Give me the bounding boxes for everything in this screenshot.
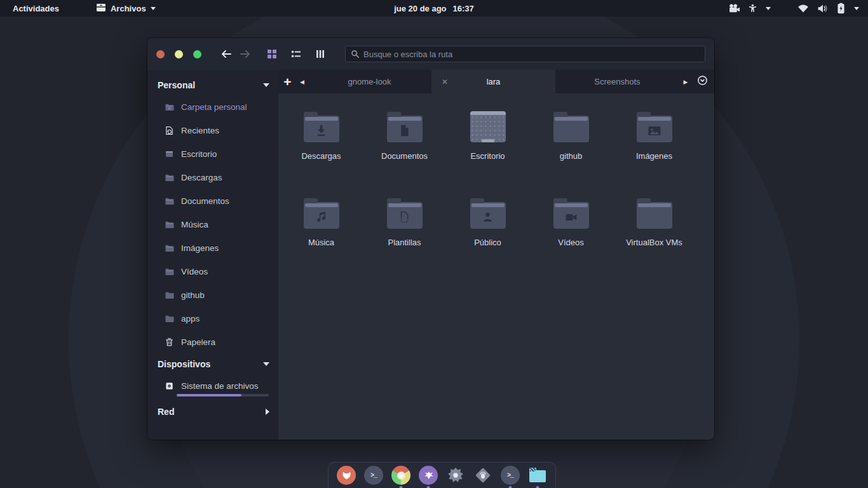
- file-item-descargas[interactable]: Descargas: [280, 107, 363, 194]
- tab-close-icon[interactable]: ✕: [442, 78, 448, 86]
- close-button[interactable]: [156, 50, 165, 58]
- scroll-tabs-right-button[interactable]: ▶: [679, 79, 692, 85]
- sidebar-item-carpeta-personal[interactable]: Carpeta personal: [147, 95, 278, 119]
- chevron-down-icon[interactable]: [854, 7, 859, 10]
- activities-button[interactable]: Actividades: [10, 4, 62, 13]
- sidebar-item-label: github: [181, 290, 205, 300]
- grid-view-button[interactable]: [264, 46, 280, 62]
- sidebar-item-recientes[interactable]: Recientes: [147, 119, 278, 142]
- sidebar-item-imagenes[interactable]: Imágenes: [147, 236, 278, 260]
- file-item-imagenes[interactable]: Imágenes: [613, 107, 696, 194]
- sidebar-item-label: Papelera: [181, 337, 215, 347]
- new-tab-button[interactable]: +: [278, 70, 297, 93]
- folder-icon: [164, 243, 174, 253]
- file-item-videos[interactable]: Vídeos: [529, 194, 613, 280]
- sidebar-section-dispositivos[interactable]: Dispositivos: [147, 354, 278, 374]
- path-search-bar[interactable]: [345, 46, 705, 62]
- tab-list-button[interactable]: [697, 75, 708, 88]
- chevron-right-icon: [266, 409, 269, 415]
- list-view-button[interactable]: [288, 46, 304, 62]
- file-item-publico[interactable]: Público: [446, 194, 529, 280]
- dock-item-terminal-2[interactable]: >_: [501, 466, 520, 488]
- tab-screenshots[interactable]: Screenshots: [555, 70, 679, 93]
- sidebar-item-documentos[interactable]: Documentos: [147, 189, 278, 213]
- dock-item-settings[interactable]: [446, 466, 465, 488]
- tab-gnome-look[interactable]: gnome-look: [308, 70, 431, 93]
- file-item-documentos[interactable]: Documentos: [363, 107, 446, 194]
- folder-icon: [164, 220, 174, 229]
- sidebar-item-videos[interactable]: Vídeos: [147, 260, 278, 283]
- chevron-down-icon: [151, 7, 156, 10]
- sidebar-section-personal[interactable]: Personal: [147, 75, 278, 95]
- back-button[interactable]: [217, 44, 236, 64]
- file-item-github[interactable]: github: [529, 107, 613, 194]
- sidebar-item-label: apps: [181, 314, 200, 323]
- maximize-button[interactable]: [193, 50, 201, 58]
- sidebar-item-github[interactable]: github: [147, 283, 278, 307]
- scroll-tabs-left-button[interactable]: ◀: [297, 70, 308, 93]
- forward-button[interactable]: [236, 44, 255, 64]
- chevron-down-icon[interactable]: [766, 7, 771, 10]
- sidebar-item-apps[interactable]: apps: [147, 307, 278, 330]
- app-menu[interactable]: Archivos: [96, 3, 156, 14]
- dock-item-chromium[interactable]: [391, 466, 410, 488]
- folder-icon: [164, 196, 174, 206]
- disk-usage-bar: [177, 394, 269, 396]
- file-item-plantillas[interactable]: Plantillas: [363, 194, 446, 280]
- tab-lara[interactable]: ✕lara: [431, 70, 555, 93]
- sidebar-item-escritorio[interactable]: Escritorio: [147, 142, 278, 166]
- desktop-icon: [164, 149, 174, 159]
- sidebar-item-musica[interactable]: Música: [147, 213, 278, 236]
- template-emblem-icon: [387, 202, 423, 229]
- dock-item-purple-app[interactable]: [419, 466, 438, 488]
- file-item-virtualbox-vms[interactable]: VirtualBox VMs: [613, 194, 696, 280]
- folder-icon: [304, 116, 339, 142]
- terminal-icon: >_: [507, 472, 513, 479]
- clock-chevron-icon: [697, 75, 708, 86]
- document-emblem-icon: [387, 116, 423, 142]
- person-emblem-icon: [470, 202, 506, 229]
- minimize-button[interactable]: [175, 50, 183, 58]
- battery-charging-icon[interactable]: [836, 3, 846, 14]
- gnome-footprint-icon: [474, 466, 492, 484]
- folder-icon: [387, 202, 423, 229]
- system-tray[interactable]: [728, 3, 868, 14]
- volume-icon[interactable]: [817, 4, 828, 13]
- window-toolbar: [147, 38, 714, 70]
- dock-item-gnome-tweaks[interactable]: [473, 466, 492, 488]
- wifi-icon[interactable]: [797, 4, 809, 13]
- screen-record-icon[interactable]: [728, 4, 740, 13]
- compact-view-button[interactable]: [312, 46, 329, 62]
- file-item-escritorio[interactable]: Escritorio: [446, 107, 529, 194]
- compact-view-icon: [316, 49, 325, 59]
- chevron-down-icon: [263, 83, 269, 87]
- folder-icon: [387, 116, 423, 142]
- clock-time: 16:37: [453, 4, 474, 13]
- sidebar-item-label: Sistema de archivos: [181, 381, 259, 391]
- clock[interactable]: jue 20 de ago 16:37: [394, 4, 474, 13]
- sidebar-item-label: Descargas: [181, 173, 222, 182]
- disk-icon: [164, 381, 174, 391]
- grid-view-icon: [267, 49, 277, 59]
- recent-icon: [164, 126, 174, 135]
- sidebar-item-descargas[interactable]: Descargas: [147, 166, 278, 189]
- dock-item-terminal[interactable]: >_: [364, 466, 383, 488]
- view-toggle-group: [264, 46, 329, 62]
- folder-icon: [164, 173, 174, 182]
- file-item-label: github: [560, 152, 582, 161]
- terminal-icon: >_: [370, 472, 377, 479]
- folder-icon: [304, 202, 339, 229]
- dock-item-firefox[interactable]: [337, 466, 356, 488]
- search-input[interactable]: [363, 50, 700, 59]
- file-item-musica[interactable]: Música: [280, 194, 363, 280]
- folder-icon: [637, 116, 672, 142]
- folder-icon: [553, 116, 589, 142]
- dock-item-file-manager[interactable]: [528, 466, 547, 488]
- sidebar-section-red[interactable]: Red: [147, 402, 278, 422]
- sidebar-item-label: Vídeos: [181, 267, 208, 276]
- accessibility-icon[interactable]: [748, 3, 757, 14]
- settings-gear-icon: [447, 466, 465, 484]
- sidebar-item-papelera[interactable]: Papelera: [147, 330, 278, 354]
- tab-bar: + ◀ gnome-look✕laraScreenshots ▶: [278, 70, 714, 93]
- download-emblem-icon: [304, 116, 339, 142]
